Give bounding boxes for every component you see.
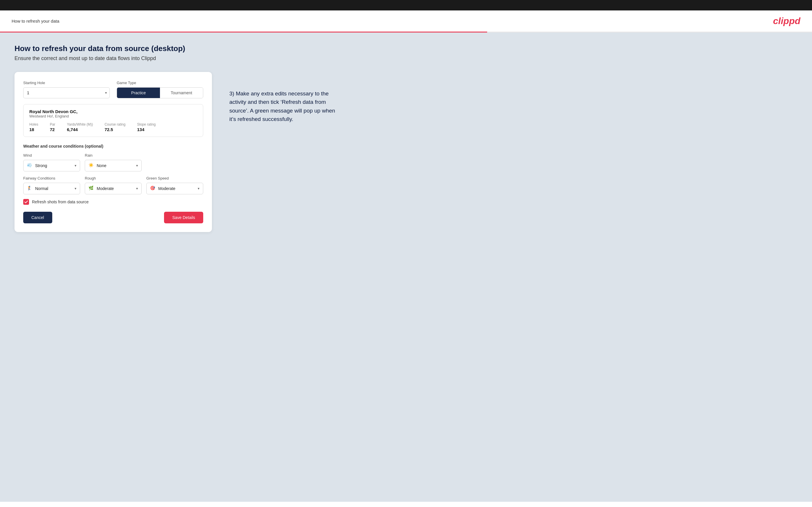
slope-rating-label: Slope rating [137, 122, 156, 126]
slope-rating-stat: Slope rating 134 [137, 122, 156, 132]
green-speed-dropdown[interactable]: 🎯 Moderate ▾ [146, 183, 203, 194]
game-type-group: Game Type Practice Tournament [117, 80, 203, 98]
starting-hole-select-wrapper: 1 ▾ [23, 87, 110, 98]
fairway-dropdown[interactable]: 🏌 Normal ▾ [23, 183, 80, 194]
top-bar [0, 0, 812, 10]
course-rating-value: 72.5 [104, 127, 125, 132]
course-rating-label: Course rating [104, 122, 125, 126]
refresh-checkbox-row: Refresh shots from data source [23, 199, 203, 205]
info-panel: 3) Make any extra edits necessary to the… [230, 72, 340, 123]
rain-value: None [97, 163, 136, 168]
wind-dropdown[interactable]: 💨 Strong ▾ [23, 160, 80, 171]
button-row: Cancel Save Details [23, 212, 203, 223]
starting-hole-select[interactable]: 1 [23, 87, 110, 98]
save-button[interactable]: Save Details [164, 212, 203, 223]
slope-rating-value: 134 [137, 127, 156, 132]
conditions-title: Weather and course conditions (optional) [23, 144, 203, 149]
holes-label: Holes [29, 122, 38, 126]
logo: clippd [773, 16, 800, 26]
header: How to refresh your data clippd [0, 10, 812, 33]
course-location: Westward Ho!, England [29, 114, 197, 118]
rough-chevron-icon: ▾ [136, 186, 138, 190]
starting-hole-group: Starting Hole 1 ▾ [23, 80, 110, 98]
header-title: How to refresh your data [12, 18, 59, 23]
fairway-rough-green-row: Fairway Conditions 🏌 Normal ▾ Rough 🌿 Mo… [23, 176, 203, 194]
refresh-label: Refresh shots from data source [32, 200, 89, 204]
wind-value: Strong [35, 163, 74, 168]
course-stats: Holes 18 Par 72 Yards/White (M)) 6,744 C… [29, 122, 197, 132]
green-speed-label: Green Speed [146, 176, 203, 180]
course-rating-stat: Course rating 72.5 [104, 122, 125, 132]
rain-chevron-icon: ▾ [136, 164, 138, 168]
fairway-chevron-icon: ▾ [74, 186, 77, 190]
footer: Copyright Clippd 2022 [0, 502, 812, 507]
placeholder-group [146, 153, 203, 171]
game-type-label: Game Type [117, 80, 203, 85]
top-form-row: Starting Hole 1 ▾ Game Type Practice Tou… [23, 80, 203, 98]
par-stat: Par 72 [50, 122, 55, 132]
page-title: How to refresh your data from source (de… [14, 44, 798, 53]
cancel-button[interactable]: Cancel [23, 212, 52, 223]
green-speed-value: Moderate [158, 186, 198, 191]
page-subtitle: Ensure the correct and most up to date d… [14, 55, 798, 61]
rough-group: Rough 🌿 Moderate ▾ [85, 176, 142, 194]
info-text: 3) Make any extra edits necessary to the… [230, 89, 340, 123]
refresh-checkbox[interactable] [23, 199, 29, 205]
rain-label: Rain [85, 153, 142, 158]
yards-label: Yards/White (M)) [67, 122, 93, 126]
green-speed-chevron-icon: ▾ [198, 186, 199, 190]
course-name: Royal North Devon GC, [29, 109, 197, 114]
fairway-icon: 🏌 [27, 186, 33, 191]
wind-label: Wind [23, 153, 80, 158]
checkmark-icon [24, 200, 28, 204]
green-speed-icon: 🎯 [150, 186, 156, 191]
rough-label: Rough [85, 176, 142, 180]
wind-rain-row: Wind 💨 Strong ▾ Rain ☀️ None ▾ [23, 153, 203, 171]
main-content: How to refresh your data from source (de… [0, 33, 812, 502]
practice-button[interactable]: Practice [117, 88, 160, 98]
tournament-button[interactable]: Tournament [160, 88, 203, 98]
rough-dropdown[interactable]: 🌿 Moderate ▾ [85, 183, 142, 194]
form-card: Starting Hole 1 ▾ Game Type Practice Tou… [14, 72, 212, 232]
rain-dropdown[interactable]: ☀️ None ▾ [85, 160, 142, 171]
par-value: 72 [50, 127, 55, 132]
fairway-label: Fairway Conditions [23, 176, 80, 180]
game-type-buttons: Practice Tournament [117, 87, 203, 98]
holes-stat: Holes 18 [29, 122, 38, 132]
fairway-value: Normal [35, 186, 74, 191]
wind-chevron-icon: ▾ [74, 164, 77, 168]
rough-icon: 🌿 [89, 186, 94, 191]
green-speed-group: Green Speed 🎯 Moderate ▾ [146, 176, 203, 194]
course-info: Royal North Devon GC, Westward Ho!, Engl… [23, 104, 203, 137]
par-label: Par [50, 122, 55, 126]
rain-icon: ☀️ [89, 163, 94, 169]
starting-hole-label: Starting Hole [23, 80, 110, 85]
rough-value: Moderate [97, 186, 136, 191]
content-area: Starting Hole 1 ▾ Game Type Practice Tou… [14, 72, 798, 232]
yards-stat: Yards/White (M)) 6,744 [67, 122, 93, 132]
rain-group: Rain ☀️ None ▾ [85, 153, 142, 171]
wind-icon: 💨 [27, 163, 33, 169]
holes-value: 18 [29, 127, 38, 132]
yards-value: 6,744 [67, 127, 93, 132]
wind-group: Wind 💨 Strong ▾ [23, 153, 80, 171]
fairway-group: Fairway Conditions 🏌 Normal ▾ [23, 176, 80, 194]
